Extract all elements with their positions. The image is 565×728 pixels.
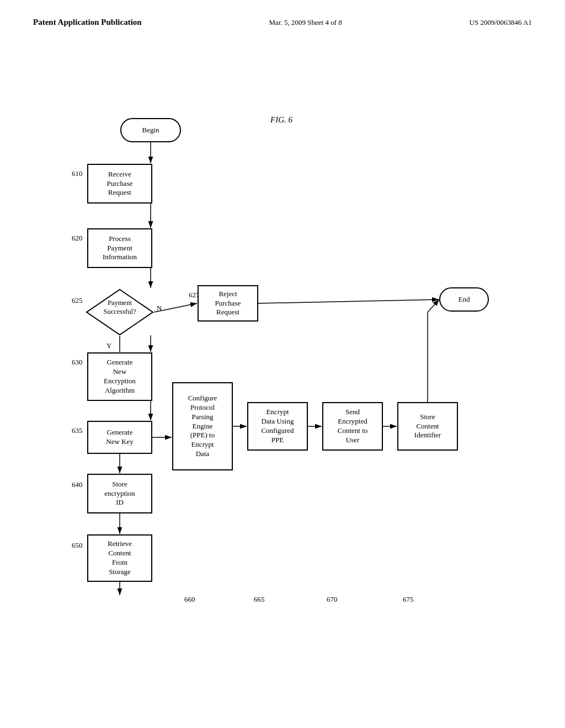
step-620-label: 620: [72, 234, 83, 243]
fig-label: FIG. 6: [270, 115, 292, 125]
node-660: ConfigureProtocolParsingEngine(PPE) toEn…: [172, 382, 233, 470]
begin-label: Begin: [142, 126, 159, 135]
node-675-label: StoreContentIdentifier: [414, 413, 441, 441]
header-left: Patent Application Publication: [33, 18, 142, 27]
node-620: ProcessPaymentInformation: [87, 228, 152, 268]
step-630-label: 630: [72, 358, 83, 367]
node-610-label: ReceivePurchaseRequest: [107, 170, 133, 198]
step-625-label: 625: [72, 296, 83, 305]
n-label: N: [157, 304, 162, 313]
step-640-label: 640: [72, 480, 83, 489]
end-label: End: [459, 295, 470, 304]
step-675-label: 675: [403, 595, 414, 604]
node-635-label: GenerateNew Key: [106, 428, 133, 447]
node-627-label: RejectPurchaseRequest: [215, 290, 241, 318]
node-665-label: EncryptData UsingConfiguredPPE: [261, 408, 294, 445]
step-650-label: 650: [72, 541, 83, 550]
node-635: GenerateNew Key: [87, 421, 152, 454]
node-625-label: PaymentSuccessful?: [103, 299, 136, 315]
node-675: StoreContentIdentifier: [397, 402, 458, 451]
svg-line-20: [428, 299, 439, 312]
node-670: SendEncryptedContent toUser: [322, 402, 383, 451]
header-center: Mar. 5, 2009 Sheet 4 of 8: [269, 18, 342, 27]
diagram-area: FIG. 6 Begin 610 ReceivePurchaseRequest …: [0, 33, 565, 683]
page-header: Patent Application Publication Mar. 5, 2…: [0, 0, 565, 27]
node-627: RejectPurchaseRequest: [198, 285, 258, 322]
step-610-label: 610: [72, 169, 83, 178]
header-right: US 2009/0063846 A1: [470, 18, 532, 27]
y-label: Y: [106, 341, 111, 350]
step-670-label: 670: [327, 595, 338, 604]
node-670-label: SendEncryptedContent toUser: [338, 408, 368, 445]
node-610: ReceivePurchaseRequest: [87, 164, 152, 204]
node-640-label: StoreencryptionID: [104, 480, 135, 508]
node-640: StoreencryptionID: [87, 474, 152, 513]
step-665-label: 665: [254, 595, 265, 604]
node-665: EncryptData UsingConfiguredPPE: [247, 402, 308, 451]
begin-node: Begin: [120, 118, 181, 142]
node-630-label: GenerateNewEncryptionAlgorithm: [104, 358, 136, 395]
node-630: GenerateNewEncryptionAlgorithm: [87, 352, 152, 401]
arrows-overlay: [0, 33, 565, 683]
node-650: RetrieveContentFromStorage: [87, 534, 152, 582]
end-node: End: [439, 287, 489, 312]
node-625-diamond: PaymentSuccessful?: [86, 288, 154, 336]
step-635-label: 635: [72, 426, 83, 435]
step-660-label: 660: [184, 595, 195, 604]
node-650-label: RetrieveContentFromStorage: [108, 539, 132, 577]
svg-line-6: [258, 299, 439, 303]
node-660-label: ConfigureProtocolParsingEngine(PPE) toEn…: [188, 394, 217, 459]
node-620-label: ProcessPaymentInformation: [103, 234, 137, 263]
